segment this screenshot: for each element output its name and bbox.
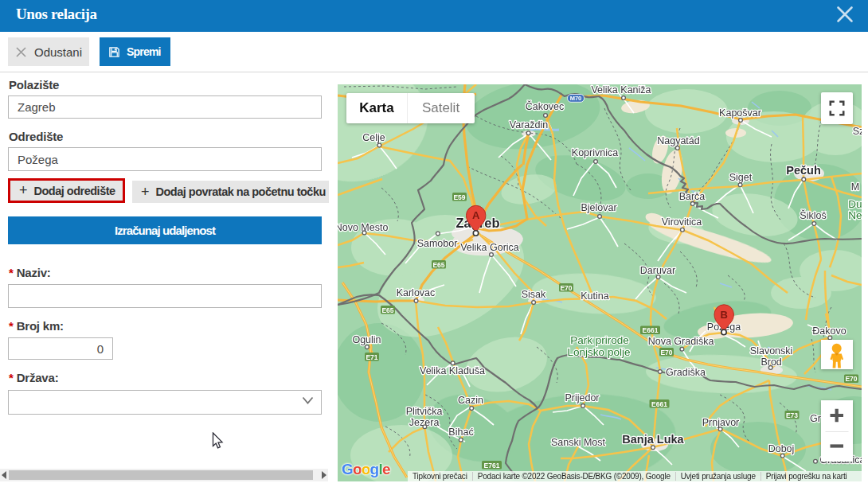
svg-text:Plitvička: Plitvička <box>406 406 443 417</box>
svg-text:Lonjsko polje: Lonjsko polje <box>568 346 631 358</box>
svg-text:M: M <box>851 181 859 193</box>
svg-text:Velika Gorica: Velika Gorica <box>460 242 519 253</box>
svg-text:Doboj: Doboj <box>768 443 795 454</box>
svg-text:Koprivnica: Koprivnica <box>572 147 618 158</box>
svg-text:B: B <box>721 309 728 321</box>
svg-text:E761: E761 <box>484 462 500 470</box>
svg-text:Park prirode: Park prirode <box>570 334 629 346</box>
svg-text:Ne: Ne <box>848 209 862 221</box>
svg-text:Pečuh: Pečuh <box>786 164 821 177</box>
svg-text:Celje: Celje <box>362 132 385 143</box>
svg-text:Velika Kaniža: Velika Kaniža <box>591 84 651 95</box>
svg-text:Bjelovar: Bjelovar <box>581 202 616 213</box>
svg-text:Daruvar: Daruvar <box>640 265 675 276</box>
svg-text:Sisak: Sisak <box>522 289 546 300</box>
svg-text:A: A <box>472 209 480 221</box>
svg-text:Virovitica: Virovitica <box>662 216 702 228</box>
svg-text:Du: Du <box>848 198 862 210</box>
svg-text:Đakovo: Đakovo <box>812 325 846 337</box>
svg-text:Kutina: Kutina <box>581 290 608 302</box>
svg-text:Karlovac: Karlovac <box>397 287 436 298</box>
svg-text:Varaždin: Varaždin <box>510 119 548 131</box>
svg-text:Barča: Barča <box>679 191 706 202</box>
svg-text:E661: E661 <box>651 400 667 408</box>
svg-text:Sanski Most: Sanski Most <box>551 437 606 448</box>
svg-text:Velika Kladuša: Velika Kladuša <box>420 365 485 376</box>
svg-text:Prnjavor: Prnjavor <box>702 417 740 428</box>
svg-text:Čakovec: Čakovec <box>526 100 565 112</box>
svg-text:E70: E70 <box>660 349 672 357</box>
svg-text:Nova Gradiška: Nova Gradiška <box>648 336 714 347</box>
svg-text:Gr: Gr <box>810 413 821 424</box>
svg-text:Bihać: Bihać <box>448 427 473 438</box>
svg-text:Kapošvar: Kapošvar <box>719 107 761 119</box>
svg-text:Cazin: Cazin <box>458 395 483 406</box>
svg-text:E73: E73 <box>786 411 798 419</box>
svg-text:Nagyatád: Nagyatád <box>657 135 700 146</box>
svg-text:Gradiška: Gradiška <box>666 367 706 378</box>
svg-text:E65: E65 <box>381 306 393 314</box>
svg-text:Prijedor: Prijedor <box>565 392 599 403</box>
svg-text:Siget: Siget <box>729 172 753 183</box>
svg-text:Ogulin: Ogulin <box>352 334 381 345</box>
svg-text:E70: E70 <box>560 284 572 292</box>
svg-text:E71: E71 <box>366 353 377 361</box>
svg-text:E59: E59 <box>453 193 465 201</box>
svg-text:Samobor: Samobor <box>417 238 458 249</box>
svg-text:E65: E65 <box>432 261 444 269</box>
svg-text:E661: E661 <box>643 326 659 334</box>
svg-text:Sz: Sz <box>853 126 862 137</box>
svg-text:Šikloš: Šikloš <box>800 209 826 221</box>
svg-text:Banja Luka: Banja Luka <box>622 433 684 446</box>
svg-text:M70: M70 <box>570 95 582 102</box>
svg-text:Slavonski: Slavonski <box>750 345 793 357</box>
svg-text:E70: E70 <box>845 375 857 383</box>
